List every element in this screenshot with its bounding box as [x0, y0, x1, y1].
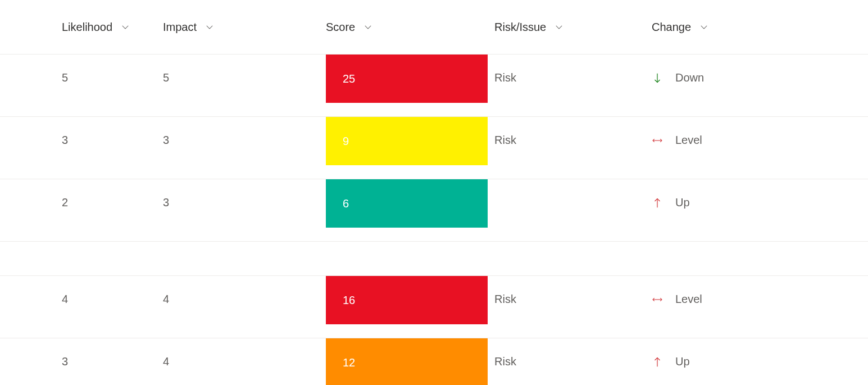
column-header-impact[interactable]: Impact [163, 21, 215, 34]
change-label: Up [675, 355, 690, 368]
score-value: 9 [343, 135, 349, 148]
cell-impact: 3 [163, 117, 326, 179]
column-header-label: Risk/Issue [494, 21, 546, 34]
table-row[interactable]: 4 4 16 Risk Level [0, 276, 868, 338]
cell-likelihood: 4 [62, 276, 163, 338]
cell-impact: 5 [163, 55, 326, 116]
score-value: 25 [343, 73, 355, 85]
score-value: 16 [343, 294, 355, 307]
score-badge: 12 [326, 338, 488, 385]
table-row[interactable]: 3 3 9 Risk Level [0, 117, 868, 179]
cell-likelihood: 3 [62, 338, 163, 385]
chevron-down-icon [363, 22, 373, 32]
score-value: 12 [343, 356, 355, 369]
cell-risk-issue: Risk [494, 338, 652, 385]
cell-risk-issue: Risk [494, 117, 652, 179]
cell-likelihood: 5 [62, 55, 163, 116]
table-row[interactable]: 5 5 25 Risk Down [0, 55, 868, 117]
score-value: 6 [343, 197, 349, 210]
change-label: Down [675, 71, 704, 84]
cell-likelihood: 2 [62, 179, 163, 241]
column-header-likelihood[interactable]: Likelihood [62, 21, 130, 34]
table-gap-row [0, 242, 868, 276]
cell-impact: 4 [163, 338, 326, 385]
arrow-down-icon [652, 72, 663, 84]
chevron-down-icon [120, 22, 130, 32]
cell-impact: 4 [163, 276, 326, 338]
arrow-level-icon [652, 296, 663, 304]
score-badge: 16 [326, 276, 488, 324]
cell-change: Up [652, 355, 820, 368]
cell-change: Up [652, 196, 820, 209]
column-header-label: Likelihood [62, 21, 112, 34]
arrow-up-icon [652, 356, 663, 368]
cell-risk-issue: Risk [494, 55, 652, 116]
score-badge: 6 [326, 179, 488, 228]
column-header-risk-issue[interactable]: Risk/Issue [494, 21, 564, 34]
cell-change: Down [652, 71, 820, 84]
cell-change: Level [652, 134, 820, 147]
change-label: Level [675, 293, 702, 306]
cell-change: Level [652, 293, 820, 306]
arrow-level-icon [652, 137, 663, 144]
arrow-up-icon [652, 197, 663, 209]
table-row[interactable]: 2 3 6 Up [0, 179, 868, 242]
cell-risk-issue [494, 179, 652, 241]
cell-impact: 3 [163, 179, 326, 241]
table-row[interactable]: 3 4 12 Risk Up [0, 338, 868, 385]
column-header-label: Impact [163, 21, 197, 34]
table-header-row: Likelihood Impact Score Risk/Issue C [0, 0, 868, 55]
column-header-change[interactable]: Change [652, 21, 709, 34]
chevron-down-icon [699, 22, 709, 32]
cell-risk-issue: Risk [494, 276, 652, 338]
cell-likelihood: 3 [62, 117, 163, 179]
chevron-down-icon [554, 22, 564, 32]
column-header-label: Change [652, 21, 691, 34]
chevron-down-icon [204, 22, 215, 32]
column-header-label: Score [326, 21, 355, 34]
score-badge: 9 [326, 117, 488, 165]
column-header-score[interactable]: Score [326, 21, 373, 34]
score-badge: 25 [326, 55, 488, 103]
change-label: Up [675, 196, 690, 209]
change-label: Level [675, 134, 702, 147]
